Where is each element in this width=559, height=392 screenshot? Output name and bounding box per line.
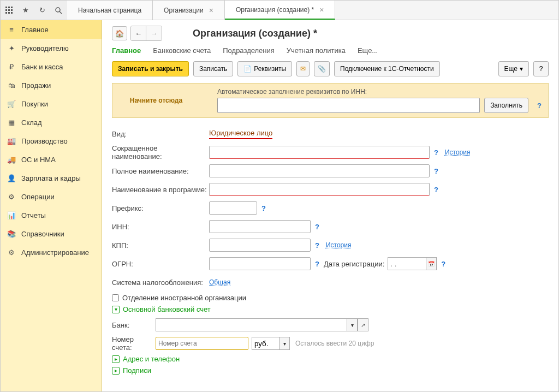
search-icon[interactable] <box>54 6 63 15</box>
foreign-checkbox[interactable] <box>112 294 119 301</box>
tab-organization-new[interactable]: Организация (создание) *× <box>225 1 335 20</box>
sidebar-item-catalogs[interactable]: 📚Справочники <box>1 224 102 243</box>
book-icon: 📚 <box>7 229 16 238</box>
dropdown-icon[interactable]: ▾ <box>279 337 290 350</box>
more-button[interactable]: Еще ▾ <box>498 61 529 76</box>
sidebar-label: Отчеты <box>21 211 46 219</box>
tax-label: Система налогообложения: <box>112 278 209 287</box>
sidebar-item-assets[interactable]: 🚚ОС и НМА <box>1 150 102 169</box>
sidebar: ≡Главное ✦Руководителю ₽Банк и касса 🛍Пр… <box>1 20 102 391</box>
help-button[interactable]: ? <box>533 61 549 76</box>
bank-label: Банк: <box>112 321 156 329</box>
close-icon[interactable]: × <box>209 6 213 15</box>
doc-icon: 📄 <box>243 65 252 73</box>
help-icon[interactable]: ? <box>315 223 319 231</box>
svg-rect-7 <box>8 12 10 14</box>
digits-left: Осталось ввести 20 цифр <box>295 340 374 347</box>
sidebar-item-manager[interactable]: ✦Руководителю <box>1 39 102 57</box>
help-icon[interactable]: ? <box>434 186 438 194</box>
page-title: Организация (создание) * <box>193 28 317 39</box>
attach-button[interactable]: 📎 <box>314 61 330 76</box>
chevron-down-icon: ▾ <box>520 65 523 73</box>
factory-icon: 🏭 <box>7 136 16 145</box>
foreign-label: Отделение иностранной организации <box>122 294 246 302</box>
prefix-input[interactable] <box>209 201 257 215</box>
sidebar-label: Операции <box>21 193 55 201</box>
apps-icon[interactable] <box>5 6 14 15</box>
inn-autofill-input[interactable] <box>217 98 480 113</box>
subtab-departments[interactable]: Подразделения <box>223 46 275 55</box>
sidebar-item-admin[interactable]: ⚙Администрирование <box>1 243 102 262</box>
fill-button[interactable]: Заполнить <box>484 98 528 113</box>
inn-input[interactable] <box>209 220 311 233</box>
vid-value-link[interactable]: Юридическое лицо <box>209 129 272 139</box>
tab-home[interactable]: Начальная страница <box>67 1 153 20</box>
regdate-input[interactable] <box>388 257 426 270</box>
sidebar-label: Покупки <box>21 100 48 108</box>
history-link[interactable]: История <box>445 149 471 156</box>
help-icon[interactable]: ? <box>434 149 438 157</box>
manager-icon: ✦ <box>7 44 16 52</box>
history-icon[interactable]: ↻ <box>38 6 46 15</box>
sidebar-item-reports[interactable]: 📊Отчеты <box>1 206 102 224</box>
sidebar-item-sales[interactable]: 🛍Продажи <box>1 76 102 94</box>
subtab-more[interactable]: Еще... <box>358 46 378 55</box>
clip-icon: 📎 <box>318 65 326 73</box>
sidebar-item-bank[interactable]: ₽Банк и касса <box>1 57 102 76</box>
back-button[interactable]: ← <box>131 26 146 40</box>
prefix-label: Префикс: <box>112 204 209 212</box>
kpp-input[interactable] <box>209 239 311 252</box>
forward-button[interactable]: → <box>146 26 162 40</box>
mail-button[interactable]: ✉ <box>296 61 310 76</box>
prog-name-input[interactable] <box>209 183 430 196</box>
sidebar-item-main[interactable]: ≡Главное <box>1 20 102 39</box>
sidebar-item-salary[interactable]: 👤Зарплата и кадры <box>1 169 102 187</box>
sidebar-item-operations[interactable]: ⚙Операции <box>1 187 102 206</box>
star-icon[interactable]: ★ <box>21 6 30 15</box>
account-input[interactable] <box>156 337 248 350</box>
subtab-policy[interactable]: Учетная политика <box>287 46 346 55</box>
kpp-history-link[interactable]: История <box>326 241 352 249</box>
address-section-toggle[interactable]: ▸ Адрес и телефон <box>112 355 549 363</box>
svg-rect-3 <box>5 9 7 11</box>
kpp-label: КПП: <box>112 241 209 250</box>
short-name-input[interactable] <box>209 146 430 159</box>
sidebar-item-production[interactable]: 🏭Производство <box>1 132 102 150</box>
help-icon[interactable]: ? <box>315 260 319 268</box>
calendar-icon[interactable]: 📅 <box>426 257 437 270</box>
help-icon[interactable]: ? <box>261 204 266 212</box>
sidebar-label: Администрирование <box>21 248 89 257</box>
help-icon[interactable]: ? <box>434 167 438 175</box>
sidebar-item-warehouse[interactable]: ▦Склад <box>1 113 102 132</box>
help-icon[interactable]: ? <box>537 102 542 110</box>
dropdown-icon[interactable]: ▾ <box>347 318 358 331</box>
currency-input[interactable] <box>252 337 279 350</box>
bank-input[interactable] <box>156 318 347 331</box>
svg-line-10 <box>60 11 62 14</box>
help-icon[interactable]: ? <box>315 241 319 250</box>
sidebar-label: Склад <box>21 118 42 127</box>
tax-value-link[interactable]: Общая <box>209 278 230 286</box>
save-button[interactable]: Записать <box>193 61 233 76</box>
start-label: Автоматическое заполнение реквизитов по … <box>217 88 542 96</box>
tab-organizations[interactable]: Организации× <box>153 1 225 20</box>
requisites-button[interactable]: 📄Реквизиты <box>237 61 292 76</box>
full-name-input[interactable] <box>209 164 430 177</box>
subtab-main[interactable]: Главное <box>112 46 141 55</box>
svg-rect-8 <box>11 12 13 14</box>
person-icon: 👤 <box>7 174 16 182</box>
save-close-button[interactable]: Записать и закрыть <box>112 61 189 76</box>
connect-button[interactable]: Подключение к 1С-Отчетности <box>334 61 440 76</box>
close-icon[interactable]: × <box>319 5 324 14</box>
subtab-bank[interactable]: Банковские счета <box>153 46 211 55</box>
help-icon[interactable]: ? <box>441 260 445 268</box>
bank-section-toggle[interactable]: ▾ Основной банковский счет <box>112 305 549 313</box>
mail-icon: ✉ <box>300 65 306 73</box>
sidebar-label: ОС и НМА <box>21 156 56 164</box>
start-arrow: Начните отсюда <box>112 84 200 117</box>
home-button[interactable]: 🏠 <box>112 26 127 40</box>
ogrn-input[interactable] <box>209 257 311 270</box>
sidebar-item-purchases[interactable]: 🛒Покупки <box>1 94 102 113</box>
sign-section-toggle[interactable]: ▸ Подписи <box>112 366 549 375</box>
open-icon[interactable]: ↗ <box>358 318 368 331</box>
